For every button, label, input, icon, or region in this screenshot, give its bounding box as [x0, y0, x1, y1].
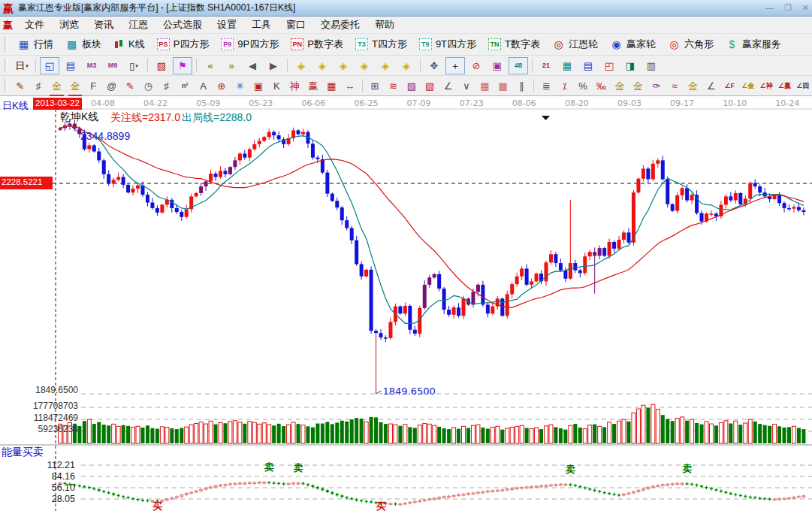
- tool-gold-circle-button[interactable]: 金: [611, 77, 628, 95]
- tool-period-daily-button[interactable]: 日▾: [12, 57, 32, 74]
- tool-angle-j-button[interactable]: ∠: [703, 77, 720, 95]
- tb-kline-button[interactable]: K线: [107, 35, 151, 53]
- tool-angle-four-button[interactable]: ∠四: [795, 77, 811, 95]
- menu-item-5[interactable]: 设置: [210, 17, 244, 33]
- menu-item-6[interactable]: 工具: [244, 17, 279, 33]
- tool-minor-9-button[interactable]: M9: [103, 57, 122, 74]
- tool-shen-grid-button[interactable]: 神: [286, 77, 303, 95]
- tool-spiral-tool-button[interactable]: @: [104, 77, 120, 95]
- tool-gann-48-button[interactable]: 48: [509, 57, 528, 74]
- tool-gann-tool-button[interactable]: ▨: [152, 57, 171, 74]
- tool-candle-style-button[interactable]: ▯▾: [124, 57, 143, 74]
- tool-permille-button[interactable]: ‰: [593, 77, 609, 95]
- chart-region[interactable]: 04-0804-2205-0905-2306-0606-2507-0907-23…: [0, 96, 812, 511]
- tb-gann-wheel-button[interactable]: ◎江恩轮: [546, 35, 604, 53]
- tb-p-square-button[interactable]: PSP四方形: [151, 35, 216, 53]
- restore-icon[interactable]: ❐: [784, 4, 792, 12]
- tb-t-number-button[interactable]: TNT数字表: [482, 35, 546, 53]
- tool-ying-grid-button[interactable]: 赢: [305, 77, 321, 95]
- tool-pen-tool-button[interactable]: ✎: [12, 77, 29, 95]
- tool-red-grid-2-button[interactable]: ▩: [495, 77, 512, 95]
- tool-scroll-right-button[interactable]: ◈: [312, 57, 332, 74]
- tool-n-square-button[interactable]: n²: [177, 77, 193, 95]
- tool-tick-ruler-button[interactable]: ♯: [158, 77, 175, 95]
- tool-calendar-button[interactable]: 21: [536, 57, 556, 74]
- tool-prev-bar-button[interactable]: ◀: [243, 57, 262, 74]
- tool-zoom-out-h-button[interactable]: ◈: [355, 57, 374, 74]
- tool-wave-red-button[interactable]: ≈: [666, 77, 683, 95]
- close-icon[interactable]: ✕: [802, 4, 809, 12]
- tool-next-bar-button[interactable]: ▶: [264, 57, 283, 74]
- tool-angle-f-button[interactable]: ∠F: [721, 77, 738, 95]
- tool-box-lines-button[interactable]: ▧: [421, 77, 438, 95]
- tb-sectors-button[interactable]: ▩板块: [59, 35, 107, 53]
- tool-flag-marker-button[interactable]: ⚑: [173, 57, 192, 74]
- tool-star-web-button[interactable]: ✳: [231, 77, 248, 95]
- tool-span-arrow-button[interactable]: ↔: [342, 77, 358, 95]
- tool-angle-shen-button[interactable]: ∠神: [758, 77, 774, 95]
- tb-winner-service-button[interactable]: $赢家服务: [720, 35, 787, 53]
- tool-parallel-lines-button[interactable]: ∥: [513, 77, 530, 95]
- tb-p-number-button[interactable]: PNP数字表: [285, 35, 349, 53]
- tool-stats-tool-button[interactable]: ▣: [488, 57, 507, 74]
- tool-zoom-cancel-button[interactable]: ⊘: [466, 57, 486, 74]
- tool-minor-3-button[interactable]: M3: [82, 57, 101, 74]
- menu-item-1[interactable]: 浏览: [52, 17, 86, 33]
- tool-gann-box-button[interactable]: ⊞: [367, 77, 383, 95]
- tool-angle-gold-button[interactable]: ∠金: [739, 77, 756, 95]
- tool-expand-all-button[interactable]: ◈: [397, 57, 416, 74]
- tool-last-bar-button[interactable]: »: [222, 57, 241, 74]
- menu-item-0[interactable]: 文件: [17, 17, 52, 33]
- tool-fan-lines-button[interactable]: ≋: [385, 77, 401, 95]
- minimize-icon[interactable]: —: [765, 4, 774, 12]
- menu-item-9[interactable]: 帮助: [367, 17, 402, 33]
- tool-angle-line-button[interactable]: ∠: [439, 77, 456, 95]
- tool-price-scale-button[interactable]: ≣: [538, 77, 554, 95]
- tool-gold-gate-2-button[interactable]: 金: [67, 77, 83, 95]
- tool-box-web-button[interactable]: ▣: [250, 77, 267, 95]
- tool-notes-button[interactable]: ▤: [578, 57, 598, 74]
- tool-gold-lines-button[interactable]: 金: [629, 77, 646, 95]
- tool-v-line-button[interactable]: ∨: [458, 77, 475, 95]
- tool-save-button[interactable]: ◰: [599, 57, 619, 74]
- tool-grid-123-button[interactable]: ▦: [323, 77, 340, 95]
- tool-pen-2-button[interactable]: ✑: [648, 77, 665, 95]
- tb-quotes-button[interactable]: ▦行情: [11, 35, 59, 53]
- tool-a-line-button[interactable]: A: [195, 77, 211, 95]
- tb-9p-square-button[interactable]: P99P四方形: [215, 35, 285, 53]
- tool-first-bar-button[interactable]: «: [201, 57, 220, 74]
- tool-info-panel-button[interactable]: ▤: [61, 57, 80, 74]
- tb-hexagon-button[interactable]: ◎六角形: [662, 35, 720, 53]
- tool-expand-v-button[interactable]: ◈: [376, 57, 395, 74]
- tool-calculator-button[interactable]: ▦: [557, 57, 577, 74]
- tb-9t-square-button[interactable]: T99T四方形: [413, 35, 482, 53]
- tool-brush-tool-button[interactable]: ✎: [122, 77, 138, 95]
- tool-pct-line-button[interactable]: ⁒: [557, 77, 573, 95]
- tool-remote-service-button[interactable]: ◨: [620, 57, 640, 74]
- tool-grid-ruler-button[interactable]: ♯: [30, 77, 47, 95]
- tool-f-ruler-button[interactable]: F: [85, 77, 101, 95]
- tool-scroll-left-button[interactable]: ◈: [291, 57, 311, 74]
- tool-gold-line-red-button[interactable]: 金: [684, 77, 701, 95]
- tool-gold-gate-1-button[interactable]: 金: [48, 77, 65, 95]
- menu-item-7[interactable]: 窗口: [279, 17, 313, 33]
- tool-time-cycle-button[interactable]: ◷: [140, 77, 156, 95]
- tool-zoom-in-h-button[interactable]: ◈: [334, 57, 353, 74]
- tool-angle-ying-button[interactable]: ∠赢: [776, 77, 792, 95]
- tool-crosshair-button[interactable]: ＋: [445, 57, 465, 74]
- menu-item-2[interactable]: 资讯: [86, 17, 121, 33]
- tool-circle-cross-button[interactable]: ⊕: [213, 77, 230, 95]
- tool-dynamic-view-button[interactable]: ◱: [40, 57, 59, 74]
- tool-box-fan-button[interactable]: ▨: [403, 77, 420, 95]
- tool-red-grid-1-button[interactable]: ▦: [476, 77, 493, 95]
- menu-item-3[interactable]: 江恩: [121, 17, 155, 33]
- tool-k-wave-button[interactable]: K: [268, 77, 285, 95]
- tool-percent-button[interactable]: %: [575, 77, 591, 95]
- tb-t-square-button[interactable]: T3T四方形: [349, 35, 413, 53]
- tool-pan-tool-button[interactable]: ✥: [424, 57, 444, 74]
- menu-item-4[interactable]: 公式选股: [155, 17, 210, 33]
- tool-print-button[interactable]: ▥: [641, 57, 661, 74]
- main-chart-svg[interactable]: 04-0804-2205-0905-2306-0606-2507-0907-23…: [0, 96, 812, 511]
- tb-winner-wheel-button[interactable]: ◉赢家轮: [604, 35, 662, 53]
- menu-item-8[interactable]: 交易委托: [313, 17, 367, 33]
